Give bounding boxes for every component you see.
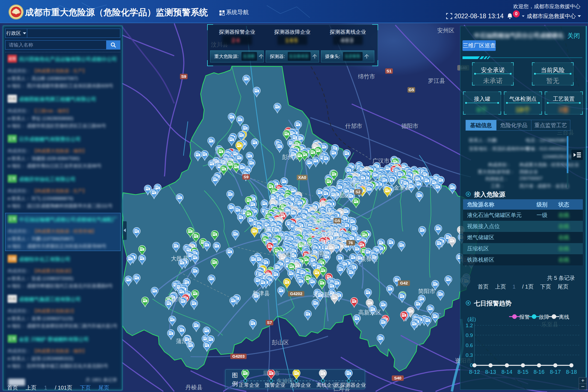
- svg-text:G5: G5: [335, 218, 340, 223]
- svg-text:8-16: 8-16: [534, 369, 544, 375]
- svg-text:G42: G42: [400, 281, 408, 285]
- svg-text:安州区: 安州区: [437, 27, 454, 33]
- svg-text:高新西区: 高新西区: [273, 209, 296, 215]
- svg-text:邛崃市: 邛崃市: [166, 296, 183, 302]
- svg-text:离线: 离线: [559, 314, 569, 320]
- svg-text:XA0: XA0: [298, 175, 306, 180]
- svg-text:(起): (起): [467, 316, 476, 322]
- svg-text:高新东区: 高新东区: [358, 309, 381, 316]
- svg-text:S9: S9: [244, 174, 249, 179]
- svg-text:双流区: 双流区: [278, 251, 295, 257]
- svg-text:成都市: 成都市: [321, 231, 340, 238]
- svg-text:高新南区: 高新南区: [307, 250, 329, 257]
- svg-text:报警: 报警: [519, 314, 530, 320]
- svg-text:蒲江县: 蒲江县: [176, 338, 193, 344]
- svg-text:故障: 故障: [539, 314, 549, 320]
- svg-text:S9: S9: [181, 74, 186, 79]
- svg-text:武侯区: 武侯区: [296, 241, 313, 247]
- svg-text:大邑县: 大邑县: [171, 255, 188, 262]
- svg-text:8-17: 8-17: [550, 369, 561, 375]
- svg-text:G5: G5: [409, 87, 414, 92]
- svg-text:金堂县: 金堂县: [394, 184, 411, 191]
- svg-text:天府新区: 天府新区: [313, 292, 335, 298]
- svg-text:绵竹市: 绵竹市: [358, 73, 375, 79]
- svg-text:金牛区: 金牛区: [307, 220, 324, 226]
- svg-text:新津县: 新津县: [253, 290, 270, 296]
- svg-text:罗江县: 罗江县: [428, 78, 445, 84]
- svg-text:S40: S40: [394, 376, 402, 380]
- svg-text:76: 76: [348, 240, 353, 245]
- svg-text:广汉市: 广汉市: [372, 158, 390, 164]
- svg-text:德阳市: 德阳市: [401, 123, 418, 129]
- svg-text:S1: S1: [387, 69, 391, 73]
- svg-text:0.6: 0.6: [466, 342, 473, 348]
- svg-text:8-15: 8-15: [517, 369, 528, 375]
- svg-text:锦江区: 锦江区: [321, 239, 338, 245]
- svg-text:0.3: 0.3: [466, 352, 473, 358]
- svg-text:0.9: 0.9: [466, 332, 473, 338]
- svg-text:8-12: 8-12: [469, 369, 480, 375]
- svg-text:S2: S2: [356, 189, 360, 194]
- svg-text:简阳市: 简阳市: [418, 288, 435, 294]
- svg-text:温江区: 温江区: [264, 226, 281, 232]
- svg-text:新都区: 新都区: [333, 192, 350, 198]
- svg-text:郫都区: 郫都区: [272, 200, 290, 206]
- svg-text:龙泉驿区: 龙泉驿区: [355, 256, 378, 262]
- svg-text:8-14: 8-14: [501, 369, 512, 375]
- svg-text:0: 0: [470, 362, 473, 368]
- svg-text:丹棱县: 丹棱县: [185, 384, 203, 390]
- svg-text:1.2: 1.2: [466, 323, 473, 328]
- svg-text:8-18: 8-18: [566, 369, 577, 375]
- svg-text:什邡市: 什邡市: [345, 123, 362, 129]
- svg-text:彭山区: 彭山区: [272, 339, 289, 345]
- svg-text:彭州市: 彭州市: [282, 154, 299, 160]
- svg-text:S7: S7: [267, 320, 272, 325]
- svg-text:青白江区: 青白江区: [351, 180, 373, 186]
- svg-text:都江堰市: 都江堰市: [212, 158, 235, 164]
- svg-text:G4203: G4203: [232, 354, 244, 359]
- svg-text:G4202: G4202: [290, 291, 302, 296]
- svg-text:8-13: 8-13: [485, 369, 496, 375]
